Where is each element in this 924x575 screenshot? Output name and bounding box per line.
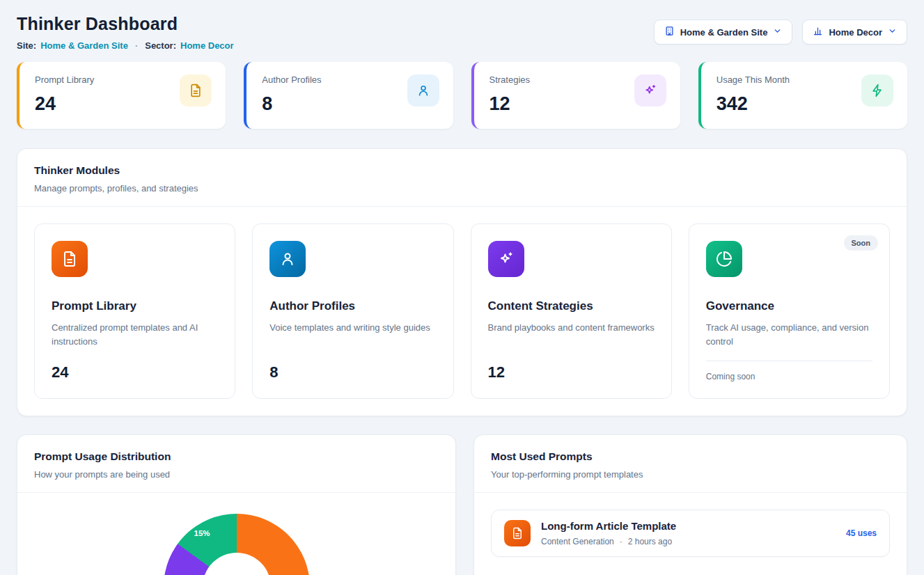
chevron-down-icon: [888, 26, 897, 38]
usage-card-title: Prompt Usage Distribution: [34, 450, 439, 463]
sector-label: Sector:: [145, 40, 176, 51]
usage-card-subtitle: How your prompts are being used: [34, 469, 439, 480]
stat-value: 342: [717, 93, 790, 115]
prompts-card-subtitle: Your top-performing prompt templates: [491, 469, 890, 480]
document-icon: [180, 74, 212, 107]
donut-chart: 15%: [164, 514, 310, 575]
person-icon: [269, 241, 306, 277]
module-title: Governance: [706, 299, 872, 313]
chevron-down-icon: [773, 26, 782, 38]
module-description: Centralized prompt templates and AI inst…: [52, 321, 218, 349]
module-description: Voice templates and writing style guides: [269, 321, 436, 335]
sector-selector-label: Home Decor: [829, 27, 882, 38]
soon-badge: Soon: [844, 235, 879, 251]
module-card-prompt-library[interactable]: Prompt Library Centralized prompt templa…: [34, 223, 235, 399]
stat-label: Usage This Month: [717, 74, 790, 85]
prompt-time: 2 hours ago: [628, 537, 672, 546]
site-selector-dropdown[interactable]: Home & Garden Site: [654, 19, 793, 45]
breadcrumb: Site: Home & Garden Site · Sector: Home …: [17, 40, 234, 51]
stat-label: Author Profiles: [262, 74, 321, 85]
modules-grid: Prompt Library Centralized prompt templa…: [17, 207, 907, 416]
stat-card-author-profiles: Author Profiles 8: [244, 62, 453, 129]
stat-value: 24: [35, 93, 94, 115]
prompts-list: Long-form Article Template Content Gener…: [474, 493, 907, 574]
sparkle-icon: [634, 74, 666, 107]
coming-soon-text: Coming soon: [706, 361, 872, 381]
modules-subtitle: Manage prompts, profiles, and strategies: [34, 183, 890, 194]
stat-label: Prompt Library: [35, 74, 94, 85]
stat-value: 12: [490, 93, 531, 115]
usage-distribution-card: Prompt Usage Distribution How your promp…: [17, 434, 456, 575]
stats-row: Prompt Library 24 Author Profiles 8 Stra…: [17, 62, 907, 129]
breadcrumb-separator: ·: [135, 40, 138, 51]
divider: [17, 492, 455, 493]
prompt-uses-count: 45 uses: [846, 528, 877, 538]
donut-slice-label: 15%: [194, 529, 210, 537]
module-card-governance[interactable]: Soon Governance Track AI usage, complian…: [689, 223, 890, 399]
module-card-content-strategies[interactable]: Content Strategies Brand playbooks and c…: [471, 223, 672, 399]
stat-text: Prompt Library 24: [35, 74, 94, 115]
most-used-prompts-card: Most Used Prompts Your top-performing pr…: [473, 434, 907, 575]
prompt-title: Long-form Article Template: [541, 520, 676, 532]
stat-text: Strategies 12: [490, 74, 531, 115]
site-link[interactable]: Home & Garden Site: [40, 40, 128, 51]
module-card-author-profiles[interactable]: Author Profiles Voice templates and writ…: [252, 223, 453, 399]
header-selectors: Home & Garden Site Home Decor: [654, 19, 907, 45]
prompts-card-header: Most Used Prompts Your top-performing pr…: [474, 435, 907, 492]
sector-link[interactable]: Home Decor: [180, 40, 234, 51]
bar-chart-icon: [813, 26, 823, 38]
stat-text: Usage This Month 342: [717, 74, 790, 115]
module-title: Author Profiles: [269, 299, 436, 313]
header: Thinker Dashboard Site: Home & Garden Si…: [17, 14, 907, 51]
document-icon: [52, 241, 88, 277]
header-left: Thinker Dashboard Site: Home & Garden Si…: [17, 14, 234, 51]
module-title: Content Strategies: [488, 299, 655, 313]
module-count: 12: [488, 351, 655, 381]
donut-ring: [164, 514, 310, 575]
stat-card-usage: Usage This Month 342: [698, 62, 907, 129]
meta-separator: ·: [620, 537, 622, 546]
module-title: Prompt Library: [52, 299, 218, 313]
prompt-item-text: Long-form Article Template Content Gener…: [541, 520, 676, 546]
modules-header: Thinker Modules Manage prompts, profiles…: [17, 149, 907, 206]
building-icon: [664, 26, 675, 38]
document-icon: [504, 520, 531, 546]
page-title: Thinker Dashboard: [17, 14, 234, 34]
sparkle-icon: [488, 241, 524, 277]
prompts-card-title: Most Used Prompts: [491, 450, 890, 463]
module-count: 8: [269, 351, 436, 381]
module-description: Track AI usage, compliance, and version …: [706, 321, 872, 349]
stat-card-prompt-library: Prompt Library 24: [17, 62, 226, 129]
lightning-icon: [861, 74, 893, 107]
person-icon: [407, 74, 439, 107]
module-description: Brand playbooks and content frameworks: [488, 321, 655, 335]
modules-title: Thinker Modules: [34, 164, 890, 177]
stat-value: 8: [262, 93, 321, 115]
pie-chart-icon: [706, 241, 742, 277]
stat-card-strategies: Strategies 12: [471, 62, 680, 129]
site-label: Site:: [17, 40, 36, 51]
thinker-modules-panel: Thinker Modules Manage prompts, profiles…: [17, 148, 907, 416]
sector-selector-dropdown[interactable]: Home Decor: [802, 19, 907, 45]
dashboard-page: Thinker Dashboard Site: Home & Garden Si…: [0, 0, 924, 575]
usage-card-header: Prompt Usage Distribution How your promp…: [17, 435, 455, 492]
prompt-meta: Content Generation · 2 hours ago: [541, 537, 676, 546]
stat-text: Author Profiles 8: [262, 74, 321, 115]
prompt-category: Content Generation: [541, 537, 614, 546]
module-count: 24: [52, 351, 218, 381]
bottom-row: Prompt Usage Distribution How your promp…: [17, 434, 907, 575]
prompt-list-item[interactable]: Long-form Article Template Content Gener…: [491, 510, 890, 557]
site-selector-label: Home & Garden Site: [680, 27, 768, 38]
stat-label: Strategies: [490, 74, 531, 85]
